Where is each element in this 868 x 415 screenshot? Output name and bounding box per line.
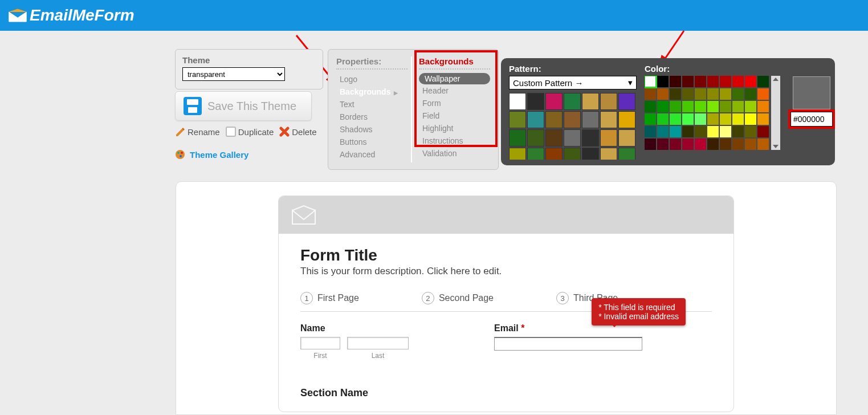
background-item-field[interactable]: Field bbox=[419, 109, 490, 122]
color-swatch[interactable] bbox=[682, 101, 694, 112]
color-swatch[interactable] bbox=[757, 139, 769, 150]
color-swatch[interactable] bbox=[670, 101, 681, 112]
color-swatch[interactable] bbox=[757, 101, 769, 112]
pattern-swatch[interactable] bbox=[600, 129, 617, 147]
color-swatch[interactable] bbox=[645, 139, 656, 150]
color-swatch[interactable] bbox=[732, 113, 744, 125]
color-swatch[interactable] bbox=[720, 139, 731, 150]
color-swatch[interactable] bbox=[745, 88, 756, 100]
pattern-swatch[interactable] bbox=[564, 129, 581, 147]
color-swatch[interactable] bbox=[657, 88, 669, 100]
color-swatch[interactable] bbox=[657, 126, 669, 137]
pattern-swatch[interactable] bbox=[618, 93, 635, 110]
pattern-swatch[interactable] bbox=[545, 129, 563, 147]
form-description[interactable]: This is your form description. Click her… bbox=[300, 266, 712, 277]
color-swatch[interactable] bbox=[670, 76, 681, 87]
pattern-swatch[interactable] bbox=[564, 111, 581, 128]
color-swatch[interactable] bbox=[695, 88, 706, 100]
pattern-swatch[interactable] bbox=[545, 93, 563, 110]
pattern-swatch[interactable] bbox=[527, 111, 544, 128]
color-swatch[interactable] bbox=[707, 113, 719, 125]
color-swatch[interactable] bbox=[695, 126, 706, 137]
delete-button[interactable]: Delete bbox=[279, 127, 316, 137]
color-swatch[interactable] bbox=[745, 126, 756, 137]
color-swatch[interactable] bbox=[657, 101, 669, 112]
theme-select[interactable]: transparent bbox=[182, 67, 285, 81]
pattern-swatch[interactable] bbox=[618, 148, 635, 160]
pattern-swatch[interactable] bbox=[600, 111, 617, 128]
pattern-swatch[interactable] bbox=[618, 129, 635, 147]
save-theme-button[interactable]: Save This Theme bbox=[175, 91, 312, 121]
pattern-swatch[interactable] bbox=[527, 148, 544, 160]
color-swatch[interactable] bbox=[670, 88, 681, 100]
background-item-header[interactable]: Header bbox=[419, 84, 490, 97]
email-input[interactable] bbox=[494, 337, 642, 351]
pattern-swatch[interactable] bbox=[545, 111, 563, 128]
color-scrollbar[interactable] bbox=[771, 76, 780, 150]
property-item-advanced[interactable]: Advanced bbox=[336, 148, 407, 161]
color-swatch[interactable] bbox=[720, 113, 731, 125]
background-item-validation[interactable]: Validation bbox=[419, 147, 490, 160]
hex-input[interactable] bbox=[790, 112, 833, 127]
pattern-swatch[interactable] bbox=[564, 93, 581, 110]
pattern-select[interactable]: Custom Pattern →▾ bbox=[509, 76, 637, 89]
page-tab-2[interactable]: 2Second Page bbox=[422, 292, 494, 304]
pattern-swatch[interactable] bbox=[509, 129, 526, 147]
color-swatch[interactable] bbox=[682, 76, 694, 87]
color-swatch[interactable] bbox=[745, 101, 756, 112]
color-swatch[interactable] bbox=[732, 101, 744, 112]
pattern-swatch[interactable] bbox=[545, 148, 563, 160]
color-swatch[interactable] bbox=[682, 113, 694, 125]
color-swatch[interactable] bbox=[757, 88, 769, 100]
color-swatch[interactable] bbox=[695, 76, 706, 87]
background-item-wallpaper[interactable]: Wallpaper bbox=[419, 73, 490, 84]
color-swatch[interactable] bbox=[732, 139, 744, 150]
pattern-swatch[interactable] bbox=[582, 129, 599, 147]
color-swatch[interactable] bbox=[707, 139, 719, 150]
rename-button[interactable]: Rename bbox=[175, 127, 220, 137]
brand-logo[interactable]: EmailMeForm bbox=[8, 6, 135, 25]
color-swatch[interactable] bbox=[682, 88, 694, 100]
page-tab-1[interactable]: 1First Page bbox=[300, 292, 359, 304]
color-swatch[interactable] bbox=[745, 76, 756, 87]
first-name-input[interactable] bbox=[300, 337, 340, 349]
color-swatch[interactable] bbox=[670, 139, 681, 150]
property-item-text[interactable]: Text bbox=[336, 98, 407, 111]
color-swatch[interactable] bbox=[682, 126, 694, 137]
color-swatch[interactable] bbox=[657, 139, 669, 150]
color-swatch[interactable] bbox=[707, 126, 719, 137]
color-swatch[interactable] bbox=[682, 139, 694, 150]
pattern-swatch[interactable] bbox=[509, 93, 526, 110]
color-swatch[interactable] bbox=[707, 76, 719, 87]
color-swatch[interactable] bbox=[645, 101, 656, 112]
background-item-highlight[interactable]: Highlight bbox=[419, 122, 490, 135]
pattern-swatch[interactable] bbox=[527, 129, 544, 147]
color-swatch[interactable] bbox=[757, 126, 769, 137]
pattern-swatch[interactable] bbox=[582, 148, 599, 160]
color-swatch[interactable] bbox=[707, 88, 719, 100]
color-swatch[interactable] bbox=[670, 113, 681, 125]
duplicate-button[interactable]: Duplicate bbox=[226, 127, 274, 137]
background-item-instructions[interactable]: Instructions bbox=[419, 135, 490, 147]
pattern-swatch[interactable] bbox=[618, 111, 635, 128]
pattern-swatch[interactable] bbox=[582, 93, 599, 110]
property-item-shadows[interactable]: Shadows bbox=[336, 123, 407, 136]
color-swatch[interactable] bbox=[695, 139, 706, 150]
color-swatch[interactable] bbox=[657, 76, 669, 87]
color-swatch[interactable] bbox=[695, 113, 706, 125]
color-swatch[interactable] bbox=[645, 126, 656, 137]
color-swatch[interactable] bbox=[745, 113, 756, 125]
color-swatch[interactable] bbox=[732, 88, 744, 100]
last-name-input[interactable] bbox=[347, 337, 409, 349]
color-swatch[interactable] bbox=[720, 76, 731, 87]
color-swatch[interactable] bbox=[757, 113, 769, 125]
color-swatch[interactable] bbox=[645, 113, 656, 125]
color-swatch[interactable] bbox=[732, 76, 744, 87]
property-item-logo[interactable]: Logo bbox=[336, 73, 407, 86]
pattern-swatch[interactable] bbox=[600, 148, 617, 160]
color-swatch[interactable] bbox=[757, 76, 769, 87]
property-item-backgrounds[interactable]: Backgrounds▶ bbox=[336, 86, 407, 98]
pattern-swatch[interactable] bbox=[564, 148, 581, 160]
color-swatch[interactable] bbox=[657, 113, 669, 125]
pattern-swatch[interactable] bbox=[509, 111, 526, 128]
